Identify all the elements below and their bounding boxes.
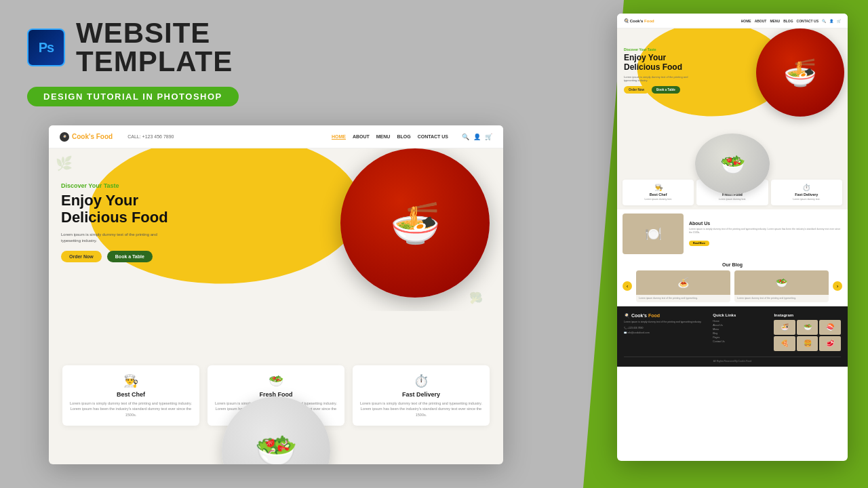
rp-about-text: About Us Lorem ipsum is simply dummy tex… <box>689 221 842 247</box>
right-preview-panel: 🍳 Cook's Food HOME ABOUT MENU BLOG CONTA… <box>617 14 848 461</box>
nav-menu[interactable]: MENU <box>376 134 391 140</box>
rp-nav-contact[interactable]: CONTACT US <box>797 19 818 23</box>
salad-circle: 🥗 <box>222 396 330 464</box>
rp-feat-desc-1: Lorem ipsum dummy text. <box>625 198 691 201</box>
rp-search-icon[interactable]: 🔍 <box>822 19 826 23</box>
rp-feat-desc-3: Lorem ipsum dummy text. <box>774 198 840 201</box>
hero-title: Enjoy YourDelicious Food <box>61 192 170 226</box>
rp-prev-arrow[interactable]: ‹ <box>623 281 632 291</box>
feature-title-3: Fast Delivery <box>359 391 483 398</box>
rp-blog-text-1: Lorem ipsum dummy text of the printing a… <box>636 295 730 302</box>
rp-hero-buttons: Order Now Book a Table <box>624 86 692 94</box>
nav-about[interactable]: ABOUT <box>353 134 370 140</box>
rp-bowl: 🍜 <box>753 28 848 123</box>
search-icon[interactable]: 🔍 <box>462 134 469 140</box>
feature-desc-1: Lorem ipsum is simply dummy text of the … <box>69 401 193 418</box>
rp-insta-6[interactable]: 🥩 <box>819 336 841 351</box>
rp-insta-2[interactable]: 🥗 <box>797 320 818 335</box>
rp-link-about[interactable]: About Us <box>713 324 768 327</box>
rp-insta-1[interactable]: 🍜 <box>774 320 795 335</box>
rp-feat-title-1: Best Chef <box>625 192 691 197</box>
rp-footer-brand: 🍳 Cook's Food Lorem ipsum is simply dumm… <box>624 313 707 351</box>
rp-insta-3[interactable]: 🍣 <box>819 320 841 335</box>
rp-insta-4[interactable]: 🍕 <box>774 336 795 351</box>
cart-icon[interactable]: 🛒 <box>485 134 492 140</box>
delivery-icon: ⏱️ <box>359 373 483 388</box>
rp-next-arrow[interactable]: › <box>833 281 842 291</box>
rp-about-title: About Us <box>689 221 842 226</box>
rp-feat-desc-2: Lorem ipsum dummy text. <box>699 198 765 201</box>
rp-link-menu[interactable]: Menu <box>713 328 768 331</box>
rp-blog-cards: ‹ 🍝 Lorem ipsum dummy text of the printi… <box>623 270 842 302</box>
rp-blog-img-1: 🍝 <box>636 270 730 295</box>
rp-footer-instagram: Instagram 🍜 🥗 🍣 🍕 🍔 🥩 <box>774 313 841 351</box>
salad-image: 🥗 <box>208 396 344 464</box>
mockup-nav-links: HOME ABOUT MENU BLOG CONTACT US <box>332 134 448 140</box>
rp-nav-home[interactable]: HOME <box>741 19 751 23</box>
title-line2: TEMPLATE <box>76 47 233 76</box>
rp-nav-about[interactable]: ABOUT <box>755 19 767 23</box>
rp-about-image: 🍽️ <box>623 214 684 254</box>
rp-link-home[interactable]: Home <box>713 320 768 323</box>
rp-footer-copyright: All Rights Reserved By Cook's Food <box>624 357 841 363</box>
feature-title-1: Best Chef <box>69 391 193 398</box>
rp-hero-text: Discover Your Taste Enjoy YourDelicious … <box>624 47 692 94</box>
rp-order-button[interactable]: Order Now <box>624 86 649 94</box>
rp-blog-card-2: 🥗 Lorem ipsum dummy text of the printing… <box>734 270 829 302</box>
rp-logo: 🍳 Cook's Food <box>624 18 654 23</box>
mockup-nav: 🍳 Cook's Food CALL: +123 456 7890 HOME A… <box>49 125 503 148</box>
rp-footer-top: 🍳 Cook's Food Lorem ipsum is simply dumm… <box>624 313 841 351</box>
ps-header: Ps WEBSITE TEMPLATE <box>0 0 522 83</box>
rp-link-blog[interactable]: Blog <box>713 332 768 335</box>
rp-nav-menu[interactable]: MENU <box>770 19 780 23</box>
mockup-card: 🍳 Cook's Food CALL: +123 456 7890 HOME A… <box>49 125 503 464</box>
rp-feat-delivery: ⏱️ Fast Delivery Lorem ipsum dummy text. <box>771 180 842 205</box>
rp-link-pages[interactable]: Pages <box>713 336 768 339</box>
rp-quick-links-title: Quick Links <box>713 313 768 317</box>
rp-nav-blog[interactable]: BLOG <box>783 19 793 23</box>
hero-description: Lorem ipsum is simply dummy text of the … <box>61 232 170 244</box>
hero-buttons: Order Now Book a Table <box>61 251 170 262</box>
chef-icon: 👨‍🍳 <box>69 373 193 388</box>
rp-hero: Discover Your Taste Enjoy YourDelicious … <box>617 28 848 134</box>
mockup-call: CALL: +123 456 7890 <box>127 134 174 139</box>
book-table-button[interactable]: Book a Table <box>107 251 153 262</box>
rp-footer-quick-links: Quick Links Home About Us Menu Blog Page… <box>713 313 768 351</box>
mockup-logo: 🍳 Cook's Food <box>60 132 113 142</box>
rp-blog-card-1: 🍝 Lorem ipsum dummy text of the printing… <box>636 270 730 302</box>
logo-icon: 🍳 <box>60 132 69 142</box>
rp-user-icon[interactable]: 👤 <box>829 19 833 23</box>
nav-home[interactable]: HOME <box>332 134 346 140</box>
rp-blog-text-2: Lorem ipsum dummy text of the printing a… <box>734 295 829 302</box>
title-block: WEBSITE TEMPLATE <box>76 19 233 76</box>
rp-about-description: Lorem ipsum is simply dummy text of the … <box>689 228 842 235</box>
user-icon[interactable]: 👤 <box>473 134 481 140</box>
rp-bowl-circle: 🍜 <box>756 28 844 117</box>
order-now-button[interactable]: Order Now <box>61 251 102 262</box>
rp-blog-img-2: 🥗 <box>734 270 829 295</box>
food-bowl-image: 🍜 <box>327 148 503 311</box>
feature-best-chef: 👨‍🍳 Best Chef Lorem ipsum is simply dumm… <box>62 365 199 426</box>
rp-instagram-grid: 🍜 🥗 🍣 🍕 🍔 🥩 <box>774 320 841 351</box>
rp-link-contact[interactable]: Contact Us <box>713 340 768 343</box>
rp-read-more-button[interactable]: Read More <box>689 241 709 246</box>
rp-hero-title: Enjoy YourDelicious Food <box>624 53 692 73</box>
nav-blog[interactable]: BLOG <box>397 134 410 140</box>
rp-footer-description: Lorem ipsum is simply dummy text of the … <box>624 321 707 324</box>
rp-chef-icon: 👨‍🍳 <box>625 184 691 191</box>
rp-footer-email: ✉️ info@cooksfood.com <box>624 331 707 334</box>
food-icon: 🥗 <box>214 373 338 388</box>
feature-desc-3: Lorem ipsum is simply dummy text of the … <box>359 401 483 418</box>
rp-book-button[interactable]: Book a Table <box>652 86 680 94</box>
rp-feat-chef: 👨‍🍳 Best Chef Lorem ipsum dummy text. <box>623 180 694 205</box>
rp-footer-brand-name: 🍳 Cook's Food <box>624 313 707 319</box>
hero-text: Discover Your Taste Enjoy YourDelicious … <box>61 182 170 262</box>
rp-cart-icon[interactable]: 🛒 <box>837 19 841 23</box>
title-line1: WEBSITE <box>76 19 233 47</box>
mockup-nav-icons: 🔍 👤 🛒 <box>462 134 492 140</box>
nav-contact[interactable]: CONTACT US <box>418 134 448 140</box>
bowl-circle: 🍜 <box>340 148 490 298</box>
rp-blog-title: Our Blog <box>623 262 842 267</box>
rp-insta-5[interactable]: 🍔 <box>797 336 818 351</box>
subtitle-banner: DESIGN TUTORIAL IN PHOTOSHOP <box>27 87 239 106</box>
